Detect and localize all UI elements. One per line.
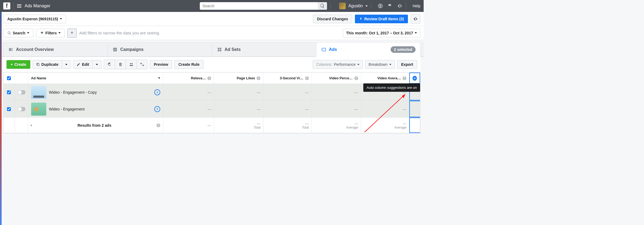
app-title: Ads Manager bbox=[25, 4, 50, 8]
help-link[interactable]: Help bbox=[413, 4, 420, 8]
name-header[interactable]: Ad Name bbox=[28, 73, 163, 84]
table-header: Ad Name Releva…i Page Likesi 3-Second Vi… bbox=[4, 73, 420, 84]
selected-badge: 2 selected bbox=[391, 46, 416, 53]
add-filter-button[interactable]: + bbox=[67, 28, 77, 38]
info-icon[interactable]: i bbox=[257, 76, 260, 80]
edit-dropdown[interactable] bbox=[92, 60, 101, 69]
caret-right-icon[interactable] bbox=[31, 124, 32, 126]
table-row[interactable]: Wideo - Engagement - Copy — — — — — bbox=[4, 84, 420, 101]
avatar bbox=[339, 3, 346, 9]
divider bbox=[406, 2, 406, 9]
table-row[interactable]: Wideo - Engagement — — — — — bbox=[4, 101, 420, 118]
gear-icon[interactable] bbox=[397, 3, 403, 9]
info-icon[interactable]: i bbox=[156, 123, 160, 127]
chevron-down-icon bbox=[27, 32, 29, 34]
svg-rect-8 bbox=[218, 50, 219, 51]
flag-icon[interactable] bbox=[387, 3, 393, 9]
edit-split: Edit bbox=[73, 60, 102, 69]
info-icon[interactable]: i bbox=[354, 76, 358, 80]
breakdown-dropdown[interactable]: Breakdown bbox=[365, 60, 395, 69]
ad-thumbnail bbox=[31, 86, 46, 99]
col3-header[interactable]: 3-Second Vi…i bbox=[263, 73, 312, 84]
tooltip: Auto column suggestions are on bbox=[363, 83, 420, 92]
info-icon[interactable]: i bbox=[305, 76, 309, 80]
chevron-down-icon bbox=[389, 64, 391, 65]
delete-button[interactable] bbox=[115, 60, 126, 69]
ad-thumbnail bbox=[31, 103, 46, 116]
select-all-checkbox[interactable] bbox=[7, 76, 11, 80]
create-rule-button[interactable]: Create Rule bbox=[174, 60, 204, 69]
people-icon bbox=[129, 62, 134, 67]
duplicate-button[interactable]: Duplicate bbox=[33, 60, 62, 69]
select-all-header[interactable] bbox=[4, 73, 15, 84]
info-icon[interactable]: i bbox=[207, 76, 211, 80]
status-toggle[interactable] bbox=[18, 90, 25, 94]
svg-rect-6 bbox=[218, 48, 219, 49]
tab-overview[interactable]: Account Overview bbox=[3, 42, 108, 57]
pending-icon[interactable] bbox=[154, 106, 160, 112]
export-icon-button[interactable] bbox=[136, 60, 147, 69]
filters-dropdown[interactable]: Filters bbox=[36, 29, 65, 37]
summary-label: Results from 2 ads bbox=[77, 123, 111, 128]
col2-header[interactable]: Page Likesi bbox=[214, 73, 263, 84]
toolbar: + Create Duplicate Edit Preview Create R… bbox=[3, 57, 420, 72]
chevron-down-icon bbox=[96, 64, 98, 65]
search-dropdown[interactable]: Search bbox=[3, 29, 33, 37]
refresh-icon bbox=[107, 62, 112, 67]
duplicate-dropdown[interactable] bbox=[62, 60, 71, 69]
upload-icon bbox=[359, 17, 363, 21]
search-button[interactable] bbox=[318, 2, 327, 10]
svg-rect-12 bbox=[37, 64, 39, 66]
account-selector[interactable]: Agustin Esperon (96919115) bbox=[3, 15, 66, 23]
tab-adsets[interactable]: Ad Sets bbox=[212, 42, 316, 57]
menu-icon[interactable] bbox=[17, 4, 21, 8]
action-icons bbox=[104, 60, 148, 69]
toggle-header bbox=[15, 73, 28, 84]
svg-rect-4 bbox=[11, 50, 13, 51]
divider bbox=[14, 2, 14, 9]
col1-header[interactable]: Releva…i bbox=[163, 73, 214, 84]
status-toggle[interactable] bbox=[18, 107, 25, 111]
discard-button[interactable]: Discard Changes bbox=[313, 15, 352, 23]
create-button[interactable]: + Create bbox=[6, 60, 30, 69]
arrows-icon bbox=[140, 62, 144, 67]
audience-button[interactable] bbox=[126, 60, 136, 69]
settings-button[interactable] bbox=[411, 14, 420, 24]
plus-icon: + bbox=[11, 62, 13, 67]
review-draft-button[interactable]: Review Draft Items (3) bbox=[355, 15, 408, 23]
row-checkbox[interactable] bbox=[7, 90, 11, 94]
pencil-icon bbox=[77, 63, 80, 66]
row-checkbox[interactable] bbox=[7, 107, 11, 111]
chevron-down-icon bbox=[65, 64, 67, 65]
export-button[interactable]: Export bbox=[397, 60, 417, 69]
svg-rect-9 bbox=[220, 50, 221, 51]
preview-button[interactable]: Preview bbox=[150, 60, 172, 69]
duplicate-icon bbox=[36, 63, 40, 66]
search-input[interactable] bbox=[200, 2, 327, 10]
ad-name: Wideo - Engagement bbox=[49, 107, 85, 111]
search-icon bbox=[7, 31, 11, 35]
pending-icon[interactable] bbox=[154, 89, 160, 95]
chevron-down-icon bbox=[58, 32, 61, 34]
svg-rect-3 bbox=[11, 49, 13, 50]
columns-dropdown[interactable]: Columns: Performance bbox=[313, 60, 363, 69]
tab-campaigns[interactable]: Campaigns bbox=[107, 42, 212, 57]
user-menu[interactable]: Agustin bbox=[339, 3, 368, 9]
date-range-selector[interactable]: This month: Oct 1, 2017 – Oct 3, 2017 bbox=[343, 29, 420, 37]
col5-header[interactable]: Video Avera…i bbox=[361, 73, 409, 84]
tab-bar: Account Overview Campaigns Ad Sets Ads 2… bbox=[0, 42, 424, 57]
add-column-button[interactable]: + bbox=[409, 73, 420, 84]
globe-icon[interactable] bbox=[378, 3, 383, 9]
topbar-icons bbox=[378, 3, 403, 9]
col4-header[interactable]: Video Perce…i bbox=[312, 73, 361, 84]
edit-button[interactable]: Edit bbox=[73, 60, 92, 69]
ad-name: Wideo - Engagement - Copy bbox=[49, 90, 97, 94]
refresh-button[interactable] bbox=[104, 60, 115, 69]
facebook-logo[interactable]: f bbox=[3, 2, 10, 9]
chevron-down-icon bbox=[158, 77, 160, 79]
svg-rect-1 bbox=[9, 48, 11, 51]
svg-rect-10 bbox=[322, 48, 326, 51]
filter-bar: Search Filters + Add filters to narrow t… bbox=[0, 26, 424, 40]
tab-ads[interactable]: Ads 2 selected bbox=[316, 42, 421, 57]
info-icon[interactable]: i bbox=[403, 76, 406, 80]
